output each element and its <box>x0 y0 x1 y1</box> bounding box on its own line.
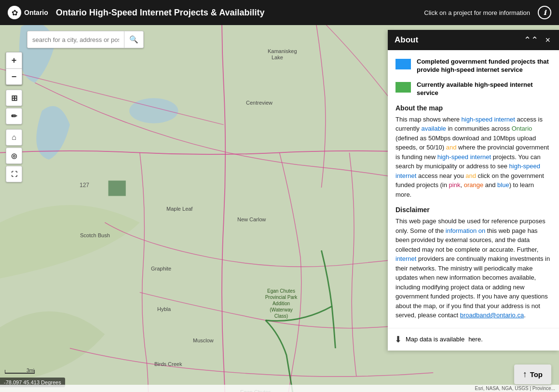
top-up-arrow-icon: ↑ <box>523 369 527 379</box>
locate-icon: ◎ <box>11 152 17 160</box>
map-data-bar: ⬇ Map data is available here. <box>388 328 559 351</box>
text-pink: pink <box>449 181 461 189</box>
attribution-bar: Esri, NASA, NGA, USGS | Province... <box>0 385 559 392</box>
text-blue: blue <box>497 181 509 189</box>
text-in-communities: in communities across <box>446 125 512 132</box>
zoom-controls: + − <box>6 52 22 85</box>
layers-button[interactable]: ⊞ <box>6 90 22 106</box>
home-icon: ⌂ <box>12 133 16 142</box>
ontario-logo: ✿ Ontario <box>8 6 48 19</box>
disc-text2: information on <box>446 227 485 234</box>
map-data-text: Map data is available <box>406 336 464 343</box>
search-button[interactable]: 🔍 <box>124 31 143 48</box>
layers-icon: ⊞ <box>11 94 17 103</box>
about-title: About <box>395 35 418 45</box>
search-icon: 🔍 <box>129 35 138 44</box>
map-controls: 🔍 + − ⊞ ✏ ⌂ ◎ ⛶ <box>6 31 22 182</box>
top-label: Top <box>530 370 543 378</box>
legend-item-blue: Completed government funded projects tha… <box>395 58 551 74</box>
text-and3: and <box>483 181 497 189</box>
disc-text4: internet <box>395 255 416 262</box>
page-title: Ontario High-Speed Internet Projects & A… <box>56 8 424 18</box>
disclaimer-text: This web page should be used for referen… <box>395 216 551 320</box>
svg-rect-4 <box>109 181 126 196</box>
about-content: Completed government funded projects tha… <box>388 50 559 328</box>
fullscreen-button[interactable]: ⛶ <box>6 166 22 182</box>
attribution-text: Esri, NASA, NGA, USGS | Province... <box>475 386 555 391</box>
text-this-map: This map shows where <box>395 116 462 123</box>
zoom-out-button[interactable]: − <box>6 68 22 85</box>
text-and1: and <box>446 144 457 151</box>
text-available: available <box>421 125 446 132</box>
navigation-controls: ⌂ ◎ ⛶ <box>6 129 22 182</box>
zoom-in-button[interactable]: + <box>6 52 22 68</box>
legend-color-green <box>395 82 411 93</box>
broadband-email-link[interactable]: broadband@ontario.ca <box>460 311 524 319</box>
about-header-buttons: ⌃⌃ × <box>522 35 552 45</box>
draw-button[interactable]: ✏ <box>6 108 22 124</box>
text-high-speed2: high-speed internet <box>437 153 491 161</box>
text-ontario: Ontario <box>512 125 532 132</box>
svg-point-3 <box>129 98 178 123</box>
map-data-link[interactable]: here. <box>468 336 483 343</box>
legend-text-green: Currently available high-speed internet … <box>417 81 551 97</box>
search-input[interactable] <box>27 32 124 47</box>
disclaimer-title: Disclaimer <box>395 206 551 214</box>
about-panel: About ⌃⌃ × Completed government funded p… <box>388 30 559 351</box>
search-bar: 🔍 <box>27 31 144 48</box>
fullscreen-icon: ⛶ <box>11 171 17 178</box>
close-icon: × <box>545 35 550 45</box>
text-near: access near you <box>416 172 465 179</box>
text-high-speed: high-speed internet <box>462 116 515 123</box>
legend-text-blue: Completed government funded projects tha… <box>417 58 551 74</box>
info-icon: ℹ <box>544 9 546 16</box>
home-button[interactable]: ⌂ <box>6 129 22 146</box>
disc-text5: providers are continually making investm… <box>395 255 550 319</box>
info-button[interactable]: ℹ <box>538 6 551 19</box>
about-panel-header: About ⌃⌃ × <box>388 30 559 50</box>
draw-icon: ✏ <box>11 112 17 121</box>
about-map-title: About the map <box>395 104 551 112</box>
close-panel-button[interactable]: × <box>543 35 552 45</box>
ontario-label: Ontario <box>24 9 48 16</box>
top-button[interactable]: ↑ Top <box>514 365 551 384</box>
text-comma: , <box>460 181 464 189</box>
click-info-text: Click on a project for more information <box>424 9 530 16</box>
chevron-up-icon: ⌃⌃ <box>524 35 538 45</box>
text-and2: and <box>465 172 476 179</box>
collapse-panel-button[interactable]: ⌃⌃ <box>522 35 540 45</box>
legend-item-green: Currently available high-speed internet … <box>395 81 551 97</box>
ontario-trillium-icon: ✿ <box>8 6 21 19</box>
locate-button[interactable]: ◎ <box>6 148 22 164</box>
about-map-text: This map shows where high-speed internet… <box>395 115 551 200</box>
text-orange: orange <box>464 181 483 189</box>
disc-period: . <box>524 311 526 319</box>
app-header: ✿ Ontario Ontario High-Speed Internet Pr… <box>0 0 559 25</box>
tool-controls: ⊞ ✏ <box>6 90 22 124</box>
download-icon: ⬇ <box>395 334 402 345</box>
legend-color-blue <box>395 59 411 69</box>
scale-bar: 3mi <box>5 370 35 374</box>
